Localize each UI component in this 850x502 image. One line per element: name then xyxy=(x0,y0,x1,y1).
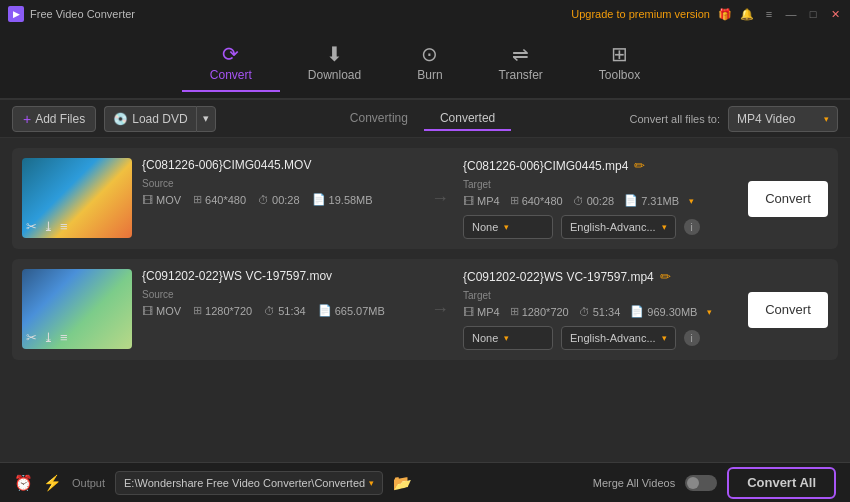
settings-icon[interactable]: ≡ xyxy=(60,330,68,345)
tab-converting-label: Converting xyxy=(350,111,408,125)
convert-all-button[interactable]: Convert All xyxy=(727,467,836,499)
add-files-label: Add Files xyxy=(35,112,85,126)
source-size: 📄 665.07MB xyxy=(318,304,385,317)
target-name-row: {C091202-022}WS VC-197597.mp4 ✏ xyxy=(463,269,738,284)
lightning-icon[interactable]: ⚡ xyxy=(43,474,62,492)
convert-nav-label: Convert xyxy=(210,68,252,82)
source-duration-value: 51:34 xyxy=(278,305,306,317)
menu-icon[interactable]: ≡ xyxy=(762,7,776,21)
clock-icon: ⏱ xyxy=(264,305,275,317)
target-name-row: {C081226-006}CIMG0445.mp4 ✏ xyxy=(463,158,738,173)
source-resolution-value: 1280*720 xyxy=(205,305,252,317)
quality-select[interactable]: None ▾ xyxy=(463,215,553,239)
clock-icon[interactable]: ⏰ xyxy=(14,474,33,492)
minimize-button[interactable]: — xyxy=(784,7,798,21)
load-dvd-arrow[interactable]: ▾ xyxy=(196,106,216,132)
edit-icon[interactable]: ✏ xyxy=(634,158,645,173)
settings-icon[interactable]: ≡ xyxy=(60,219,68,234)
nav-convert[interactable]: ⟳ Convert xyxy=(182,36,280,90)
source-size-value: 19.58MB xyxy=(329,194,373,206)
target-size-value: 969.30MB xyxy=(647,306,697,318)
nav-download[interactable]: ⬇ Download xyxy=(280,36,389,90)
load-dvd-button[interactable]: 💿 Load DVD xyxy=(104,106,195,132)
download-nav-icon: ⬇ xyxy=(326,44,343,64)
download-nav-label: Download xyxy=(308,68,361,82)
quality-select[interactable]: None ▾ xyxy=(463,326,553,350)
merge-label: Merge All Videos xyxy=(593,477,675,489)
target-format-value: MP4 xyxy=(477,306,500,318)
add-files-button[interactable]: + Add Files xyxy=(12,106,96,132)
target-resolution: ⊞ 640*480 xyxy=(510,194,563,207)
source-format-value: MOV xyxy=(156,305,181,317)
maximize-button[interactable]: □ xyxy=(806,7,820,21)
target-duration-value: 51:34 xyxy=(593,306,621,318)
audio-select[interactable]: English-Advanc... ▾ xyxy=(561,215,676,239)
edit-icon[interactable]: ✏ xyxy=(660,269,671,284)
output-path[interactable]: E:\Wondershare Free Video Converter\Conv… xyxy=(115,471,383,495)
target-dropdown-row: None ▾ English-Advanc... ▾ i xyxy=(463,215,738,239)
target-resolution-value: 640*480 xyxy=(522,195,563,207)
clock-icon: ⏱ xyxy=(258,194,269,206)
source-label: Source xyxy=(142,178,417,189)
source-meta: 🎞 MOV ⊞ 1280*720 ⏱ 51:34 📄 665.07MB xyxy=(142,304,417,317)
arrow-separator: → xyxy=(427,158,453,239)
target-file-icon: 📄 xyxy=(630,305,644,318)
bell-icon[interactable]: 🔔 xyxy=(740,7,754,21)
bottom-bar: ⏰ ⚡ Output E:\Wondershare Free Video Con… xyxy=(0,462,850,502)
burn-nav-icon: ⊙ xyxy=(421,44,438,64)
cut-icon[interactable]: ✂ xyxy=(26,219,37,234)
nav-toolbox[interactable]: ⊞ Toolbox xyxy=(571,36,668,90)
merge-toggle[interactable] xyxy=(685,475,717,491)
title-bar: ▶ Free Video Converter Upgrade to premiu… xyxy=(0,0,850,28)
tab-converting[interactable]: Converting xyxy=(334,107,424,131)
source-resolution: ⊞ 1280*720 xyxy=(193,304,252,317)
trim-icon[interactable]: ⤓ xyxy=(43,219,54,234)
source-size: 📄 19.58MB xyxy=(312,193,373,206)
source-format-value: MOV xyxy=(156,194,181,206)
format-select-arrow: ▾ xyxy=(824,114,829,124)
source-meta: 🎞 MOV ⊞ 640*480 ⏱ 00:28 📄 19.58MB xyxy=(142,193,417,206)
main-content: ✂ ⤓ ≡ {C081226-006}CIMG0445.MOV Source 🎞… xyxy=(0,138,850,462)
file-source-info: {C091202-022}WS VC-197597.mov Source 🎞 M… xyxy=(142,269,417,350)
transfer-nav-label: Transfer xyxy=(499,68,543,82)
target-format: 🎞 MP4 xyxy=(463,306,500,318)
nav-burn[interactable]: ⊙ Burn xyxy=(389,36,470,90)
file-icon: 📄 xyxy=(312,193,326,206)
gift-icon[interactable]: 🎁 xyxy=(718,7,732,21)
quality-select-value: None xyxy=(472,221,498,233)
format-select[interactable]: MP4 Video ▾ xyxy=(728,106,838,132)
cut-icon[interactable]: ✂ xyxy=(26,330,37,345)
quality-arrow: ▾ xyxy=(504,333,509,343)
nav-transfer[interactable]: ⇌ Transfer xyxy=(471,36,571,90)
convert-button[interactable]: Convert xyxy=(748,181,828,217)
target-file-name: {C081226-006}CIMG0445.mp4 xyxy=(463,159,628,173)
folder-icon[interactable]: 📂 xyxy=(393,474,412,492)
convert-button[interactable]: Convert xyxy=(748,292,828,328)
audio-select[interactable]: English-Advanc... ▾ xyxy=(561,326,676,350)
format-icon: 🎞 xyxy=(142,305,153,317)
source-resolution-value: 640*480 xyxy=(205,194,246,206)
tab-converted[interactable]: Converted xyxy=(424,107,511,131)
output-label: Output xyxy=(72,477,105,489)
audio-arrow: ▾ xyxy=(662,222,667,232)
source-label: Source xyxy=(142,289,417,300)
output-path-arrow: ▾ xyxy=(369,478,374,488)
upgrade-link[interactable]: Upgrade to premium version xyxy=(571,8,710,20)
tab-converted-label: Converted xyxy=(440,111,495,125)
transfer-nav-icon: ⇌ xyxy=(512,44,529,64)
load-dvd-label: Load DVD xyxy=(132,112,187,126)
title-right: Upgrade to premium version 🎁 🔔 ≡ — □ ✕ xyxy=(571,7,842,21)
info-icon[interactable]: i xyxy=(684,330,700,346)
format-select-value: MP4 Video xyxy=(737,112,795,126)
output-path-value: E:\Wondershare Free Video Converter\Conv… xyxy=(124,477,365,489)
target-label: Target xyxy=(463,290,738,301)
quality-dropdown-arrow: ▾ xyxy=(707,307,712,317)
load-dvd-dropdown[interactable]: 💿 Load DVD ▾ xyxy=(104,106,215,132)
source-format: 🎞 MOV xyxy=(142,194,181,206)
target-resolution-value: 1280*720 xyxy=(522,306,569,318)
target-size: 📄 7.31MB xyxy=(624,194,679,207)
close-button[interactable]: ✕ xyxy=(828,7,842,21)
trim-icon[interactable]: ⤓ xyxy=(43,330,54,345)
source-file-name: {C081226-006}CIMG0445.MOV xyxy=(142,158,417,172)
info-icon[interactable]: i xyxy=(684,219,700,235)
